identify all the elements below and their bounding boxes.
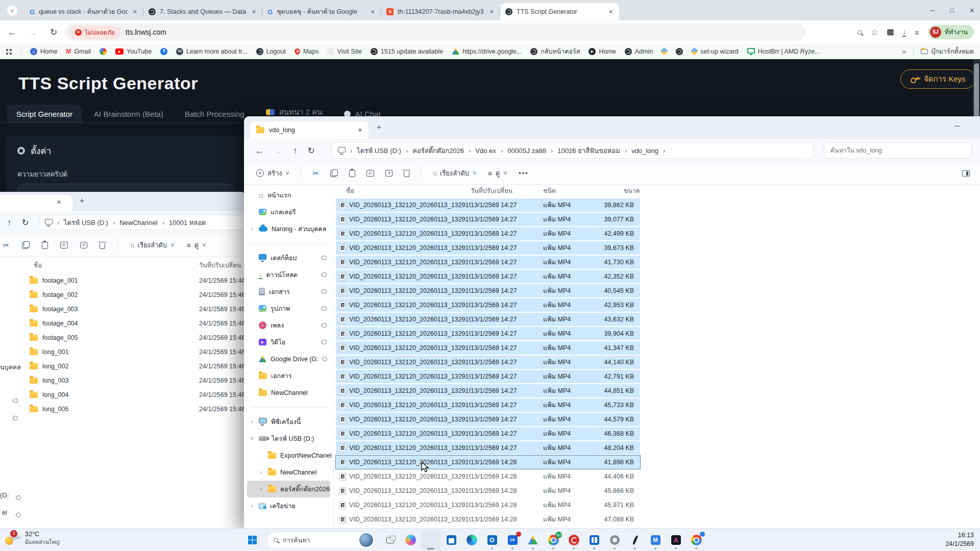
- front-tab[interactable]: vdo_long ✕: [250, 121, 369, 139]
- column-size[interactable]: ขนาด: [600, 186, 640, 196]
- breadcrumb-segment[interactable]: vdo_long: [631, 147, 658, 155]
- taskbar-gdrive-tb-button[interactable]: [523, 530, 543, 550]
- close-tab-icon[interactable]: ✕: [358, 128, 362, 133]
- table-row[interactable]: VID_20260113_132120_20260113_132919_9...…: [336, 398, 640, 412]
- table-row[interactable]: VID_20260113_132120_20260113_132919_9...…: [336, 284, 640, 297]
- all-bookmarks-button[interactable]: บุ๊กมาร์กทั้งหมด: [921, 46, 974, 57]
- tab-search-icon[interactable]: ˅: [7, 6, 17, 16]
- taskbar-edge-button[interactable]: [461, 530, 482, 550]
- taskbar-clock[interactable]: 16:13 24/1/2569: [945, 531, 974, 548]
- close-tab-icon[interactable]: ✕: [370, 8, 376, 16]
- table-row[interactable]: VID_20260113_132120_20260113_132919_9...…: [336, 413, 640, 426]
- breadcrumb-segment[interactable]: 10026 ยาสีฟันขอหอม: [557, 145, 620, 156]
- close-tab-icon[interactable]: ✕: [57, 199, 61, 205]
- sort-button[interactable]: ↑↓ เรียงลำดับ ˅: [130, 240, 175, 251]
- sidebar-item-พีซีเครื่องนี้[interactable]: ›พีซีเครื่องนี้: [247, 413, 330, 430]
- sidebar-item-ดาวน์โหลด[interactable]: ↓ดาวน์โหลด: [247, 266, 330, 283]
- table-row[interactable]: VID_20260113_132120_20260113_132919_9...…: [336, 256, 640, 269]
- bookmarks-overflow-icon[interactable]: »: [902, 48, 906, 55]
- table-row[interactable]: VID_20260113_132120_20260113_132919_9...…: [336, 370, 640, 383]
- forward-icon[interactable]: →: [29, 28, 38, 37]
- bookmark-star-icon[interactable]: ☆: [871, 28, 878, 37]
- browser-tab[interactable]: TTS Script Generator✕: [500, 3, 619, 20]
- back-breadcrumb[interactable]: ›ไดรฟ์ USB (D:)›NewChannel›10001 หลอด: [39, 215, 245, 230]
- table-row[interactable]: VID_20260113_132120_20260113_132919_9...…: [336, 427, 640, 440]
- sidebar-item-เดสก์ท็อป[interactable]: เดสก์ท็อป: [247, 249, 330, 266]
- view-button[interactable]: ≡ ดู ˅: [187, 240, 206, 251]
- maximize-icon[interactable]: □: [950, 7, 954, 14]
- taskbar-a-app-button[interactable]: A: [666, 530, 686, 550]
- folder-row[interactable]: footage_00424/1/2569 15:46: [30, 316, 246, 331]
- paste-icon[interactable]: [349, 170, 355, 177]
- sidebar-item-เครือข่าย[interactable]: ›เครือข่าย: [247, 497, 330, 514]
- breadcrumb-segment[interactable]: NewChannel: [119, 219, 157, 227]
- bookmark-item[interactable]: ▶YouTube: [115, 48, 152, 55]
- folder-row[interactable]: long_00324/1/2569 15:46: [30, 373, 246, 388]
- start-button[interactable]: [242, 530, 262, 550]
- table-row[interactable]: VID_20260113_132120_20260113_132919_9...…: [336, 313, 640, 326]
- breadcrumb-segment[interactable]: Vdo ex: [475, 147, 496, 155]
- table-row[interactable]: VID_20260113_132120_20260113_132919_9...…: [336, 484, 640, 497]
- table-row[interactable]: VID_20260113_132120_20260113_132919_9...…: [336, 327, 640, 340]
- browser-tab[interactable]: Gชุดบอลชุ - ค้นหาด้วย Google✕: [262, 3, 381, 20]
- cut-icon[interactable]: ✂: [3, 241, 10, 249]
- breadcrumb-segment[interactable]: ไดรฟ์ USB (D:): [64, 217, 108, 228]
- table-row[interactable]: VID_20260113_132120_20260113_132919_9...…: [336, 513, 640, 526]
- back-icon[interactable]: ←: [8, 28, 17, 37]
- profile-chip[interactable]: SJ ที่ทำงาน: [928, 25, 974, 39]
- taskbar-m-app-button[interactable]: M: [645, 530, 666, 550]
- taskbar-store-button[interactable]: [441, 530, 461, 550]
- table-row[interactable]: VID_20260113_132120_20260113_132919_9...…: [336, 213, 640, 226]
- table-row[interactable]: VID_20260113_132120_20260113_132919_9...…: [336, 341, 640, 355]
- sidebar-item-หน้าแรก[interactable]: ⌂หน้าแรก: [247, 187, 330, 204]
- sidebar-item-newchannel[interactable]: ›NewChannel: [247, 464, 330, 481]
- bookmark-item[interactable]: Logout: [256, 48, 286, 55]
- taskbar-chrome-button[interactable]: [686, 530, 706, 550]
- share-icon[interactable]: ↗: [385, 170, 393, 177]
- sidebar-item-เอกสาร[interactable]: เอกสาร: [247, 283, 330, 300]
- sidebar-item-วิดีโอ[interactable]: ▶วิดีโอ: [247, 334, 330, 350]
- taskbar-search[interactable]: การค้นหา: [266, 532, 376, 549]
- new-tab-icon[interactable]: +: [80, 196, 84, 204]
- downloads-icon[interactable]: ↓: [902, 28, 906, 37]
- refresh-icon[interactable]: ↻: [22, 218, 29, 227]
- share-icon[interactable]: ↗: [80, 242, 87, 248]
- table-row[interactable]: VID_20260113_132120_20260113_132919_9...…: [336, 356, 640, 369]
- column-type[interactable]: ชนิด: [543, 186, 600, 196]
- breadcrumb-segment[interactable]: 0000SJ za88: [507, 147, 546, 155]
- weather-widget[interactable]: 3 32°C มีแดดส่วนใหญ่: [4, 531, 60, 546]
- browser-tab[interactable]: 7. Stacks and Queues — Data S✕: [143, 3, 262, 20]
- view-button[interactable]: ≡ ดู ˅: [488, 168, 507, 179]
- taskbar-outlook-button[interactable]: O: [482, 530, 502, 550]
- bookmark-item[interactable]: [100, 48, 107, 55]
- table-row[interactable]: VID_20260113_132120_20260113_132919_9...…: [336, 498, 640, 512]
- bookmark-item[interactable]: Maps: [295, 48, 319, 55]
- close-tab-icon[interactable]: ✕: [488, 8, 495, 16]
- breadcrumb-segment[interactable]: คอร์สติ๊กต๊อก2026: [412, 145, 464, 156]
- table-row[interactable]: VID_20260113_132120_20260113_132919_9...…: [336, 441, 640, 455]
- delete-icon[interactable]: [404, 171, 409, 177]
- bookmark-item[interactable]: ⌂Home: [30, 48, 57, 55]
- column-name[interactable]: ชื่อ: [34, 260, 42, 270]
- bookmark-item[interactable]: [662, 48, 667, 54]
- copy-icon[interactable]: [22, 241, 30, 249]
- taskbar-chrome-button[interactable]: SJ: [543, 530, 564, 550]
- taskbar-writer-ia-button[interactable]: IA: [502, 530, 523, 550]
- sidebar-item-แกลเลอรี[interactable]: แกลเลอรี: [247, 204, 330, 220]
- sort-button[interactable]: ↑↓ เรียงลำดับ ˅: [432, 168, 477, 179]
- reading-list-icon[interactable]: ≡: [915, 29, 919, 36]
- new-tab-icon[interactable]: +: [377, 123, 381, 131]
- bookmark-item[interactable]: กลับหน้าคอร์ส: [530, 46, 580, 57]
- column-date[interactable]: วันที่ปรับเปลี่ยน: [199, 260, 241, 270]
- folder-row[interactable]: long_00224/1/2569 15:46: [30, 359, 246, 373]
- forward-icon[interactable]: →: [274, 146, 283, 155]
- close-tab-icon[interactable]: ✕: [132, 8, 138, 16]
- up-icon[interactable]: ↑: [7, 218, 12, 227]
- delete-icon[interactable]: [100, 243, 105, 249]
- paste-icon[interactable]: [42, 242, 48, 249]
- back-tab[interactable]: ✕: [0, 195, 72, 211]
- bookmark-item[interactable]: Admin: [625, 48, 653, 55]
- new-button[interactable]: + สร้าง ˅: [256, 168, 289, 179]
- browser-tab[interactable]: Gqueue vs stack - ค้นหาด้วย Goog✕: [24, 3, 143, 20]
- up-icon[interactable]: ↑: [293, 146, 298, 155]
